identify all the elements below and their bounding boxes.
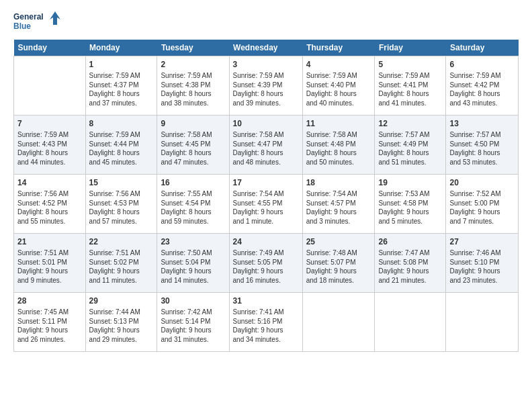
calendar-cell: 18Sunrise: 7:54 AMSunset: 4:57 PMDayligh… bbox=[302, 175, 375, 234]
calendar-cell: 16Sunrise: 7:55 AMSunset: 4:54 PMDayligh… bbox=[157, 175, 229, 234]
week-row-5: 28Sunrise: 7:45 AMSunset: 5:11 PMDayligh… bbox=[14, 293, 519, 352]
day-info: Sunrise: 7:58 AMSunset: 4:47 PMDaylight:… bbox=[233, 130, 299, 167]
day-number: 29 bbox=[89, 295, 154, 306]
calendar-cell: 4Sunrise: 7:59 AMSunset: 4:40 PMDaylight… bbox=[302, 56, 375, 116]
day-number: 12 bbox=[378, 118, 442, 129]
day-number: 22 bbox=[89, 236, 154, 247]
day-number: 8 bbox=[89, 118, 154, 129]
calendar-cell: 15Sunrise: 7:56 AMSunset: 4:53 PMDayligh… bbox=[85, 175, 157, 234]
calendar-table: SundayMondayTuesdayWednesdayThursdayFrid… bbox=[13, 40, 519, 352]
day-info: Sunrise: 7:59 AMSunset: 4:43 PMDaylight:… bbox=[17, 130, 82, 167]
weekday-thursday: Thursday bbox=[302, 40, 375, 56]
day-number: 10 bbox=[233, 118, 299, 129]
day-info: Sunrise: 7:58 AMSunset: 4:45 PMDaylight:… bbox=[161, 130, 225, 167]
calendar-cell: 2Sunrise: 7:59 AMSunset: 4:38 PMDaylight… bbox=[157, 56, 229, 116]
calendar-cell: 30Sunrise: 7:42 AMSunset: 5:14 PMDayligh… bbox=[157, 293, 229, 352]
day-number: 7 bbox=[17, 118, 82, 129]
weekday-friday: Friday bbox=[375, 40, 446, 56]
day-info: Sunrise: 7:54 AMSunset: 4:57 PMDaylight:… bbox=[306, 189, 371, 226]
weekday-wednesday: Wednesday bbox=[229, 40, 302, 56]
calendar-cell: 31Sunrise: 7:41 AMSunset: 5:16 PMDayligh… bbox=[229, 293, 302, 352]
calendar-cell: 24Sunrise: 7:49 AMSunset: 5:05 PMDayligh… bbox=[229, 234, 302, 293]
calendar-cell: 1Sunrise: 7:59 AMSunset: 4:37 PMDaylight… bbox=[85, 56, 157, 116]
calendar-cell: 27Sunrise: 7:46 AMSunset: 5:10 PMDayligh… bbox=[446, 234, 519, 293]
day-number: 27 bbox=[449, 236, 515, 247]
day-number: 26 bbox=[378, 236, 442, 247]
calendar-cell: 9Sunrise: 7:58 AMSunset: 4:45 PMDaylight… bbox=[157, 116, 229, 175]
day-number: 23 bbox=[161, 236, 225, 247]
day-info: Sunrise: 7:49 AMSunset: 5:05 PMDaylight:… bbox=[233, 248, 299, 285]
day-info: Sunrise: 7:46 AMSunset: 5:10 PMDaylight:… bbox=[449, 248, 515, 285]
calendar-cell: 26Sunrise: 7:47 AMSunset: 5:08 PMDayligh… bbox=[375, 234, 446, 293]
calendar-cell bbox=[375, 293, 446, 352]
day-number: 25 bbox=[306, 236, 371, 247]
day-info: Sunrise: 7:47 AMSunset: 5:08 PMDaylight:… bbox=[378, 248, 442, 285]
day-number: 6 bbox=[449, 59, 515, 70]
day-info: Sunrise: 7:59 AMSunset: 4:37 PMDaylight:… bbox=[89, 71, 154, 107]
day-info: Sunrise: 7:51 AMSunset: 5:02 PMDaylight:… bbox=[89, 248, 154, 285]
weekday-tuesday: Tuesday bbox=[157, 40, 229, 56]
logo-svg: General Blue bbox=[13, 10, 60, 34]
day-number: 17 bbox=[233, 177, 299, 188]
day-number: 31 bbox=[233, 295, 299, 306]
day-number: 21 bbox=[17, 236, 82, 247]
calendar-cell: 6Sunrise: 7:59 AMSunset: 4:42 PMDaylight… bbox=[446, 56, 519, 116]
calendar-container: General Blue SundayMondayTuesdayWednesda… bbox=[0, 0, 532, 359]
week-row-3: 14Sunrise: 7:56 AMSunset: 4:52 PMDayligh… bbox=[14, 175, 519, 234]
calendar-cell bbox=[14, 56, 86, 116]
day-info: Sunrise: 7:48 AMSunset: 5:07 PMDaylight:… bbox=[306, 248, 371, 285]
header-row: General Blue bbox=[13, 10, 519, 34]
svg-text:Blue: Blue bbox=[13, 21, 31, 31]
day-number: 20 bbox=[449, 177, 515, 188]
calendar-cell: 12Sunrise: 7:57 AMSunset: 4:49 PMDayligh… bbox=[375, 116, 446, 175]
calendar-cell: 8Sunrise: 7:59 AMSunset: 4:44 PMDaylight… bbox=[85, 116, 157, 175]
day-number: 28 bbox=[17, 295, 82, 306]
calendar-cell: 28Sunrise: 7:45 AMSunset: 5:11 PMDayligh… bbox=[14, 293, 86, 352]
day-number: 5 bbox=[378, 59, 442, 70]
day-info: Sunrise: 7:57 AMSunset: 4:50 PMDaylight:… bbox=[449, 130, 515, 167]
weekday-header-row: SundayMondayTuesdayWednesdayThursdayFrid… bbox=[14, 40, 519, 56]
day-number: 18 bbox=[306, 177, 371, 188]
day-info: Sunrise: 7:52 AMSunset: 5:00 PMDaylight:… bbox=[449, 189, 515, 226]
calendar-cell: 7Sunrise: 7:59 AMSunset: 4:43 PMDaylight… bbox=[14, 116, 86, 175]
calendar-cell: 13Sunrise: 7:57 AMSunset: 4:50 PMDayligh… bbox=[446, 116, 519, 175]
week-row-4: 21Sunrise: 7:51 AMSunset: 5:01 PMDayligh… bbox=[14, 234, 519, 293]
day-number: 14 bbox=[17, 177, 82, 188]
calendar-cell: 19Sunrise: 7:53 AMSunset: 4:58 PMDayligh… bbox=[375, 175, 446, 234]
day-number: 11 bbox=[306, 118, 371, 129]
day-info: Sunrise: 7:44 AMSunset: 5:13 PMDaylight:… bbox=[89, 308, 154, 344]
day-number: 24 bbox=[233, 236, 299, 247]
day-info: Sunrise: 7:59 AMSunset: 4:39 PMDaylight:… bbox=[233, 71, 299, 107]
day-info: Sunrise: 7:56 AMSunset: 4:53 PMDaylight:… bbox=[89, 189, 154, 226]
day-info: Sunrise: 7:59 AMSunset: 4:38 PMDaylight:… bbox=[161, 71, 225, 107]
day-number: 2 bbox=[161, 59, 225, 70]
calendar-cell bbox=[446, 293, 519, 352]
day-number: 16 bbox=[161, 177, 225, 188]
calendar-cell: 23Sunrise: 7:50 AMSunset: 5:04 PMDayligh… bbox=[157, 234, 229, 293]
svg-text:General: General bbox=[13, 12, 44, 21]
calendar-cell: 21Sunrise: 7:51 AMSunset: 5:01 PMDayligh… bbox=[14, 234, 86, 293]
calendar-cell: 5Sunrise: 7:59 AMSunset: 4:41 PMDaylight… bbox=[375, 56, 446, 116]
calendar-cell: 22Sunrise: 7:51 AMSunset: 5:02 PMDayligh… bbox=[85, 234, 157, 293]
day-info: Sunrise: 7:50 AMSunset: 5:04 PMDaylight:… bbox=[161, 248, 225, 285]
day-number: 4 bbox=[306, 59, 371, 70]
day-number: 15 bbox=[89, 177, 154, 188]
calendar-cell: 10Sunrise: 7:58 AMSunset: 4:47 PMDayligh… bbox=[229, 116, 302, 175]
calendar-cell: 29Sunrise: 7:44 AMSunset: 5:13 PMDayligh… bbox=[85, 293, 157, 352]
week-row-2: 7Sunrise: 7:59 AMSunset: 4:43 PMDaylight… bbox=[14, 116, 519, 175]
calendar-cell: 14Sunrise: 7:56 AMSunset: 4:52 PMDayligh… bbox=[14, 175, 86, 234]
weekday-monday: Monday bbox=[85, 40, 157, 56]
day-info: Sunrise: 7:55 AMSunset: 4:54 PMDaylight:… bbox=[161, 189, 225, 226]
calendar-cell: 20Sunrise: 7:52 AMSunset: 5:00 PMDayligh… bbox=[446, 175, 519, 234]
day-info: Sunrise: 7:51 AMSunset: 5:01 PMDaylight:… bbox=[17, 248, 82, 285]
calendar-cell bbox=[302, 293, 375, 352]
day-info: Sunrise: 7:59 AMSunset: 4:41 PMDaylight:… bbox=[378, 71, 442, 107]
day-info: Sunrise: 7:59 AMSunset: 4:44 PMDaylight:… bbox=[89, 130, 154, 167]
day-info: Sunrise: 7:54 AMSunset: 4:55 PMDaylight:… bbox=[233, 189, 299, 226]
week-row-1: 1Sunrise: 7:59 AMSunset: 4:37 PMDaylight… bbox=[14, 56, 519, 116]
day-info: Sunrise: 7:41 AMSunset: 5:16 PMDaylight:… bbox=[233, 308, 299, 344]
day-info: Sunrise: 7:59 AMSunset: 4:40 PMDaylight:… bbox=[306, 71, 371, 107]
svg-marker-2 bbox=[50, 11, 60, 25]
day-number: 9 bbox=[161, 118, 225, 129]
day-info: Sunrise: 7:58 AMSunset: 4:48 PMDaylight:… bbox=[306, 130, 371, 167]
